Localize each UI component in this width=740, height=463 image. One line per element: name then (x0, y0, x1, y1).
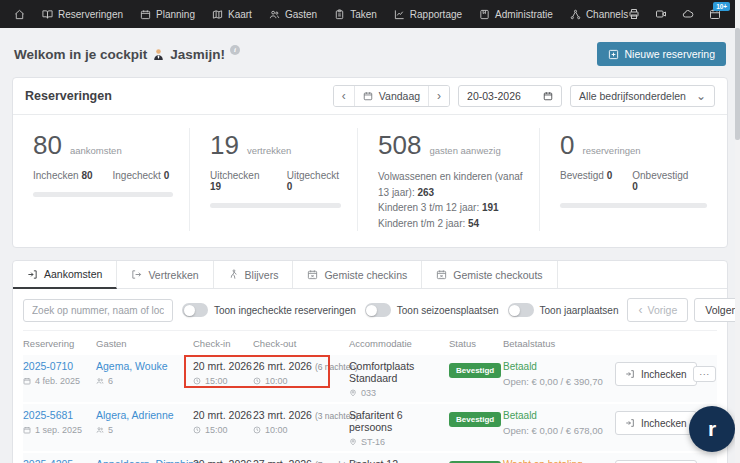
reservation-cell: 2025-0710 4 feb. 2025 (23, 360, 96, 398)
status-cell: Bevestigd (449, 458, 503, 463)
page-title: Welkom in je cockpit Jasmijn! i (14, 47, 240, 62)
guest-name-link[interactable]: Algera, Adrienne (96, 409, 174, 421)
calendar-x-icon (307, 269, 318, 280)
date-value[interactable] (467, 90, 533, 102)
walking-person-icon (228, 269, 239, 280)
toggle-switch[interactable] (182, 303, 208, 317)
calendar-icon (140, 9, 151, 20)
checkout-cell: 26 mrt. 2026(6 nachten) 10:00 (253, 360, 349, 398)
nav-item-planning[interactable]: Planning (140, 9, 195, 20)
nav-item-administratie[interactable]: Administratie (479, 9, 553, 20)
notification-badge: 10+ (713, 2, 730, 11)
network-icon (570, 9, 581, 20)
action-cell: Inchecken (615, 409, 693, 447)
paystatus-text: Betaald (503, 410, 537, 421)
guest-count: 5 (96, 425, 187, 435)
nav-item-channels[interactable]: Channels (570, 9, 628, 20)
tab-gemiste-checkins[interactable]: Gemiste checkins (293, 261, 422, 288)
nav-item-gasten[interactable]: Gasten (269, 9, 317, 20)
toggle-annual[interactable]: Toon jaarplaatsen (508, 303, 619, 317)
nav-item-rapportage[interactable]: Rapportage (394, 9, 462, 20)
table-row: 2025-4205 29 jun. 2025 Appeldoorn, Dimph… (23, 453, 717, 463)
new-reservation-button[interactable]: Nieuwe reservering (597, 42, 726, 66)
search-input[interactable] (23, 299, 173, 322)
checkin-button[interactable]: Inchecken (615, 362, 697, 386)
checkin-cell: 20 mrt. 2026 15:00 (193, 409, 253, 447)
tab-aankomsten[interactable]: Aankomsten (13, 261, 117, 289)
cloud-icon[interactable] (682, 8, 694, 20)
scrollbar-thumb[interactable] (735, 28, 740, 140)
stat-arrivals: 80aankomsten Inchecken 80 Ingecheckt 0 (13, 128, 189, 231)
location: ST-16 (349, 437, 443, 447)
toggle-switch[interactable] (365, 303, 391, 317)
created-date: 4 feb. 2025 (23, 376, 90, 386)
location: 033 (349, 388, 443, 398)
status-badge: Bevestigd (449, 412, 501, 427)
nav-item-kaart[interactable]: Kaart (212, 9, 252, 20)
toggle-seasonal[interactable]: Toon seizoensplaatsen (365, 303, 499, 317)
table-row: 2025-5681 1 sep. 2025 Algera, Adrienne 5… (23, 404, 717, 451)
guest-name-link[interactable]: Agema, Wouke (96, 360, 168, 372)
accommodation-cell: Safaritent 6 persoons ST-16 (349, 409, 449, 447)
stat-guests-present: 508gasten aanwezig Volwassenen en kinder… (357, 128, 539, 231)
print-icon[interactable] (628, 8, 640, 20)
checkin-cell: 20 mrt. 2026 15:00 (193, 458, 253, 463)
guest-name-link[interactable]: Appeldoorn, Dimphina (96, 458, 200, 463)
reservation-number-link[interactable]: 2025-4205 (23, 458, 73, 463)
calendar-notifications-icon[interactable]: 10+ (709, 8, 721, 20)
open-amount: Open: € 0,00 / € 390,70 (503, 376, 609, 387)
previous-page-button[interactable]: ‹Vorige (627, 298, 688, 322)
guest-cell: Appeldoorn, Dimphina 5 (96, 458, 193, 463)
home-icon[interactable] (14, 9, 25, 20)
created-date: 1 sep. 2025 (23, 425, 90, 435)
info-icon[interactable]: i (230, 45, 240, 55)
calendar-x-icon (436, 269, 447, 280)
map-icon (212, 9, 223, 20)
date-input[interactable] (458, 85, 562, 107)
clock-icon (253, 377, 261, 385)
toggle-checked-in[interactable]: Toon ingecheckte reserveringen (182, 303, 356, 317)
accommodation-cell: Comfortplaats Standaard 033 (349, 360, 449, 398)
status-cell: Bevestigd (449, 360, 503, 398)
chart-icon (394, 9, 405, 20)
date-next-button[interactable]: › (428, 86, 449, 106)
pin-icon (349, 438, 357, 446)
reservation-number-link[interactable]: 2025-5681 (23, 409, 73, 421)
open-amount: Open: € 0,00 / € 678,00 (503, 425, 609, 436)
progress-bar (210, 203, 341, 208)
more-options-button[interactable]: ··· (693, 366, 716, 382)
journal-icon (479, 9, 490, 20)
top-navbar: Reserveringen Planning Kaart Gasten Take… (0, 0, 740, 28)
today-button[interactable]: Vandaag (354, 86, 428, 106)
checkin-button[interactable]: Inchecken (615, 411, 697, 435)
checkin-time: 15:00 (193, 376, 247, 386)
next-page-button[interactable]: Volgende› (694, 298, 740, 322)
more-cell: ··· (693, 360, 719, 398)
table-header: Reservering Gasten Check-in Check-out Ac… (23, 330, 717, 355)
checkin-icon (625, 418, 635, 428)
chevron-down-icon: ⌄ (696, 90, 706, 102)
business-unit-select[interactable]: Alle bedrijfsonderdelen ⌄ (570, 85, 715, 107)
date-prev-button[interactable]: ‹ (334, 86, 354, 106)
checkin-icon (625, 369, 635, 379)
toggle-switch[interactable] (508, 303, 534, 317)
nav-item-reserveringen[interactable]: Reserveringen (42, 9, 123, 20)
pagination: ‹Vorige Volgende› (627, 298, 740, 322)
nav-item-taken[interactable]: Taken (334, 9, 377, 20)
plus-square-icon (608, 49, 619, 60)
guest-count: 6 (96, 376, 187, 386)
tab-vertrekken[interactable]: Vertrekken (117, 261, 213, 288)
reservation-number-link[interactable]: 2025-0710 (23, 360, 73, 372)
video-icon[interactable] (655, 8, 667, 20)
chevron-right-icon: › (437, 90, 441, 102)
pin-icon (349, 389, 357, 397)
scrollbar-track[interactable] (735, 0, 740, 463)
paystatus-text: Wacht op betaling (503, 459, 583, 463)
tab-blijvers[interactable]: Blijvers (214, 261, 294, 288)
paystatus-cell: Betaald Open: € 0,00 / € 678,00 (503, 409, 615, 447)
tab-gemiste-checkouts[interactable]: Gemiste checkouts (422, 261, 557, 288)
guest-cell: Algera, Adrienne 5 (96, 409, 193, 447)
reservations-panel: Reserveringen ‹ Vandaag › Alle bedrijfso… (12, 77, 728, 248)
chat-widget-button[interactable]: r (689, 406, 735, 452)
accommodation-cell: Boslust 12 Boslust 12 (349, 458, 449, 463)
